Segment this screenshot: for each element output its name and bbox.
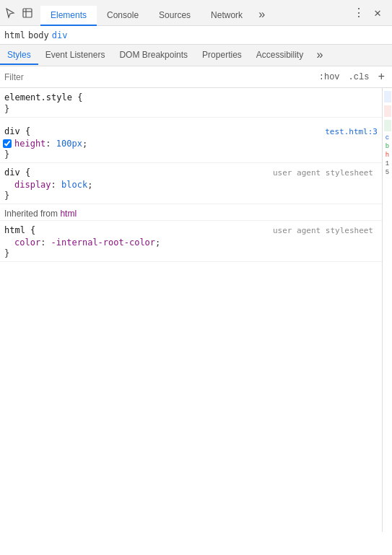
rule-element-style: element.style { } bbox=[0, 88, 392, 118]
div-user-close: } bbox=[0, 149, 392, 159]
height-prop-semi: ; bbox=[82, 139, 87, 149]
tab-more-button[interactable]: » bbox=[253, 4, 271, 26]
rule-element-style-header: element.style { bbox=[0, 91, 392, 104]
height-prop-value[interactable]: 100px bbox=[56, 139, 82, 149]
subtab-accessibility[interactable]: Accessibility bbox=[249, 46, 310, 65]
filter-row: :hov .cls + bbox=[0, 66, 392, 88]
div-user-selector: div { bbox=[4, 126, 30, 136]
height-prop-checkbox[interactable] bbox=[3, 139, 12, 148]
styles-panel: element.style { } div { test.html:3 heig… bbox=[0, 88, 392, 532]
right-panel-item-h[interactable]: h bbox=[386, 152, 389, 159]
display-prop-name: display bbox=[14, 180, 51, 190]
tab-actions: ⋮ ✕ bbox=[350, 4, 389, 22]
div-user-source[interactable]: test.html:3 bbox=[325, 127, 378, 136]
inherited-tag[interactable]: html bbox=[60, 209, 77, 219]
div-useragent-source: user agent stylesheet bbox=[273, 168, 378, 178]
subtab-styles[interactable]: Styles bbox=[0, 46, 38, 65]
rule-div-useragent-header: div { user agent stylesheet bbox=[0, 166, 392, 179]
cursor-icon[interactable] bbox=[3, 6, 17, 20]
rule-div-display-property: display : block ; bbox=[0, 179, 392, 191]
height-prop-name: height bbox=[14, 139, 45, 149]
rule-div-height-property: height : 100px ; bbox=[0, 138, 392, 149]
html-useragent-close: } bbox=[0, 248, 392, 258]
right-panel-item-c[interactable]: c bbox=[386, 134, 389, 141]
tab-elements[interactable]: Elements bbox=[40, 6, 97, 26]
breadcrumb-body[interactable]: body bbox=[28, 30, 49, 40]
color-prop-value[interactable]: -internal-root-color bbox=[51, 237, 156, 248]
close-devtools-button[interactable]: ✕ bbox=[369, 4, 386, 22]
filter-hov-button[interactable]: :hov bbox=[316, 71, 343, 84]
right-panel-item-b[interactable]: b bbox=[386, 143, 389, 150]
right-panel-block-2 bbox=[384, 105, 391, 117]
tab-network[interactable]: Network bbox=[201, 6, 253, 26]
filter-input[interactable] bbox=[4, 72, 313, 82]
html-useragent-source: user agent stylesheet bbox=[273, 226, 378, 235]
rule-div-user-header: div { test.html:3 bbox=[0, 125, 392, 138]
subtab-event-listeners[interactable]: Event Listeners bbox=[38, 46, 113, 65]
inherited-label: Inherited from bbox=[4, 209, 60, 219]
tab-console[interactable]: Console bbox=[97, 6, 149, 26]
right-panel-item-5[interactable]: 5 bbox=[386, 169, 389, 176]
toolbar-icons bbox=[3, 6, 35, 20]
color-prop-semi: ; bbox=[155, 237, 160, 248]
display-prop-value[interactable]: block bbox=[61, 180, 87, 190]
devtools-toolbar: Elements Console Sources Network » ⋮ ✕ bbox=[0, 0, 392, 26]
inherited-section: Inherited from html bbox=[0, 204, 392, 221]
tab-sources[interactable]: Sources bbox=[149, 6, 201, 26]
svg-rect-0 bbox=[23, 9, 32, 17]
display-prop-semi: ; bbox=[87, 180, 92, 190]
breadcrumb: html body div bbox=[0, 26, 392, 45]
subtab-dom-breakpoints[interactable]: DOM Breakpoints bbox=[112, 46, 195, 65]
element-style-close: } bbox=[0, 104, 392, 114]
div-useragent-close: } bbox=[0, 191, 392, 201]
right-panel-item-1[interactable]: 1 bbox=[386, 160, 389, 167]
subtabs-row: Styles Event Listeners DOM Breakpoints P… bbox=[0, 45, 392, 66]
color-prop-colon: : bbox=[40, 237, 51, 248]
html-useragent-selector: html { bbox=[4, 225, 35, 235]
rule-div-user: div { test.html:3 height : 100px ; } ⋮ bbox=[0, 122, 392, 163]
subtab-properties[interactable]: Properties bbox=[195, 46, 249, 65]
filter-plus-button[interactable]: + bbox=[375, 69, 388, 85]
div-useragent-selector: div { bbox=[4, 167, 30, 178]
kebab-menu-button[interactable]: ⋮ bbox=[350, 4, 367, 22]
main-tabs: Elements Console Sources Network » bbox=[40, 0, 350, 26]
right-panel: c b h 1 5 bbox=[382, 88, 392, 532]
rule-html-useragent-header: html { user agent stylesheet bbox=[0, 224, 392, 237]
element-style-selector: element.style { bbox=[4, 92, 82, 102]
right-panel-block-1 bbox=[384, 91, 391, 102]
breadcrumb-html[interactable]: html bbox=[4, 30, 25, 40]
rule-div-useragent: div { user agent stylesheet display : bl… bbox=[0, 163, 392, 204]
subtab-more-button[interactable]: » bbox=[310, 45, 329, 66]
right-panel-block-3 bbox=[384, 120, 391, 131]
rule-html-useragent: html { user agent stylesheet color : -in… bbox=[0, 221, 392, 262]
rule-html-color-property: color : -internal-root-color ; bbox=[0, 237, 392, 248]
height-prop-colon: : bbox=[45, 139, 56, 149]
color-prop-name: color bbox=[14, 237, 40, 248]
breadcrumb-div[interactable]: div bbox=[52, 30, 68, 40]
filter-cls-button[interactable]: .cls bbox=[346, 71, 373, 84]
display-prop-colon: : bbox=[51, 180, 61, 190]
inspect-icon[interactable] bbox=[20, 6, 35, 20]
